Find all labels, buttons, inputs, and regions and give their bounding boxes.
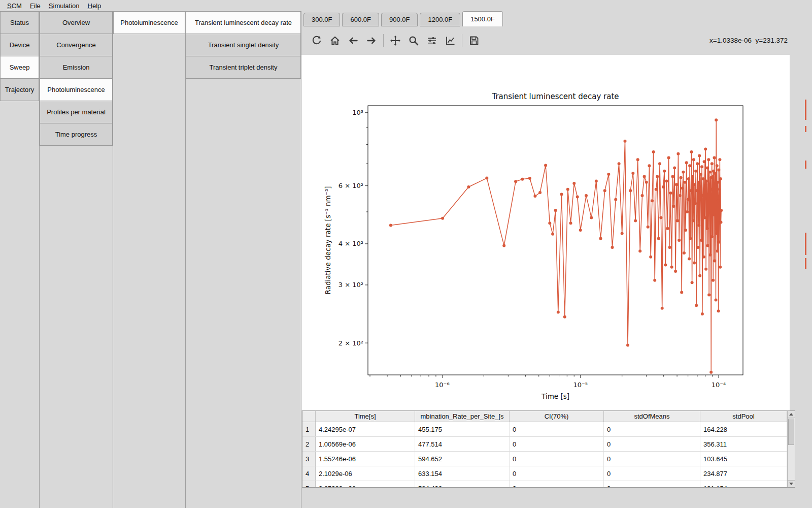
app-window: SCM File Simulation Help Status Device S… — [0, 0, 812, 508]
table-cell[interactable]: 0 — [510, 437, 604, 451]
nav-level2: Overview Convergence Emission Photolumin… — [40, 11, 113, 508]
table-row: 52.65932e-06584.40600191.154 — [302, 481, 795, 488]
tab-1200f[interactable]: 1200.0F — [420, 13, 460, 26]
nav-level3: Photoluminescence — [113, 11, 186, 508]
nav-tab-status[interactable]: Status — [0, 11, 39, 34]
table-header-cell[interactable]: stdOfMeans — [604, 411, 700, 422]
up-arrow-icon — [789, 413, 793, 416]
nav-tab-transient-triplet-density[interactable]: Transient triplet density — [186, 56, 301, 79]
menu-scm[interactable]: SCM — [3, 1, 26, 11]
table-cell[interactable]: 584.406 — [415, 481, 510, 488]
scroll-up-button[interactable] — [788, 411, 795, 418]
table-cell[interactable]: 0 — [510, 481, 604, 488]
row-number-cell[interactable]: 5 — [302, 481, 316, 488]
table-cell[interactable]: 0 — [604, 452, 700, 466]
table-cell[interactable]: 0 — [604, 466, 700, 481]
table-header-cell[interactable]: stdPool — [700, 411, 787, 422]
table-cell[interactable]: 1.55246e-06 — [316, 452, 415, 466]
row-number-cell[interactable]: 2 — [302, 437, 316, 451]
data-series — [389, 118, 723, 374]
back-button[interactable] — [345, 33, 361, 49]
table-cell[interactable]: 0 — [604, 422, 700, 436]
plot-area[interactable]: 10⁻⁶10⁻⁵10⁻⁴10³6 × 10²4 × 10²3 × 10²2 × … — [301, 55, 790, 410]
table-cell[interactable]: 356.311 — [700, 437, 787, 451]
scrollbar-thumb[interactable] — [788, 419, 794, 445]
table-cell[interactable]: 0 — [604, 481, 700, 488]
table-cell[interactable]: 0 — [510, 466, 604, 481]
pan-icon — [390, 35, 401, 46]
menu-file[interactable]: File — [26, 1, 45, 11]
y-tick-label: 4 × 10² — [339, 240, 363, 247]
refresh-button[interactable] — [309, 33, 325, 49]
home-icon — [329, 35, 341, 46]
zoom-button[interactable] — [405, 33, 422, 49]
table-header-cell[interactable]: CI(70%) — [510, 411, 604, 422]
tab-900f[interactable]: 900.0F — [381, 13, 418, 26]
clipped-plot-artifact — [805, 126, 806, 132]
table-cell[interactable]: 103.645 — [700, 452, 787, 466]
menu-simulation[interactable]: Simulation — [45, 1, 84, 11]
clipped-plot-artifact — [805, 100, 806, 120]
tab-1500f[interactable]: 1500.0F — [462, 11, 503, 26]
tab-600f[interactable]: 600.0F — [342, 13, 379, 26]
table-cell[interactable]: 0 — [604, 437, 700, 451]
table-cell[interactable]: 2.65932e-06 — [316, 481, 415, 488]
row-number-cell[interactable]: 4 — [302, 466, 316, 481]
zoom-icon — [408, 35, 419, 46]
table-grid: Time[s]mbination_Rate_per_Site_[sCI(70%)… — [302, 411, 795, 488]
table-header-row: Time[s]mbination_Rate_per_Site_[sCI(70%)… — [302, 411, 795, 422]
table-cell[interactable]: 633.154 — [415, 466, 510, 481]
nav-tab-time-progress[interactable]: Time progress — [40, 123, 113, 146]
table-cell[interactable]: 455.175 — [415, 422, 510, 436]
nav-tab-profiles-per-material[interactable]: Profiles per material — [40, 101, 113, 123]
table-header-cell[interactable] — [302, 411, 316, 422]
table-cell[interactable]: 0 — [510, 422, 604, 436]
save-button[interactable] — [466, 33, 482, 49]
row-number-cell[interactable]: 1 — [302, 422, 316, 436]
table-cell[interactable]: 477.514 — [415, 437, 510, 451]
table-cell[interactable]: 2.1029e-06 — [316, 466, 415, 481]
nav-tab-device[interactable]: Device — [0, 34, 39, 56]
row-number-cell[interactable]: 3 — [302, 452, 316, 466]
table-cell[interactable]: 164.228 — [700, 422, 787, 436]
axes-frame — [368, 106, 743, 375]
nav-tab-trajectory[interactable]: Trajectory — [0, 78, 39, 101]
pan-button[interactable] — [387, 33, 403, 49]
nav-tab-emission[interactable]: Emission — [40, 56, 113, 79]
scroll-down-button[interactable] — [788, 480, 795, 487]
toolbar-separator — [462, 34, 462, 47]
nav-tab-transient-singlet-density[interactable]: Transient singlet density — [186, 34, 301, 56]
menu-bar: SCM File Simulation Help — [0, 0, 812, 11]
table-header-cell[interactable]: mbination_Rate_per_Site_[s — [415, 411, 510, 422]
forward-button[interactable] — [363, 33, 380, 49]
table-scrollbar[interactable] — [787, 411, 795, 487]
nav-tab-transient-luminescent-decay-rate[interactable]: Transient luminescent decay rate — [186, 11, 301, 34]
x-tick-label: 10⁻⁴ — [712, 381, 726, 389]
table-row: 14.24295e-07455.17500164.228 — [302, 422, 795, 437]
save-icon — [468, 35, 480, 46]
subplots-button[interactable] — [424, 33, 440, 49]
customize-axes-button[interactable] — [442, 33, 458, 49]
nav-tab-overview[interactable]: Overview — [40, 11, 113, 34]
forward-arrow-icon — [366, 35, 377, 46]
nav-tab-convergence[interactable]: Convergence — [40, 34, 113, 56]
nav-level4: Transient luminescent decay rate Transie… — [186, 11, 301, 508]
sliders-icon — [426, 35, 437, 46]
table-cell[interactable]: 0 — [510, 452, 604, 466]
nav-tab-photoluminescence[interactable]: Photoluminescence — [40, 78, 113, 101]
tab-300f[interactable]: 300.0F — [303, 13, 340, 26]
toolbar-separator — [383, 34, 384, 47]
table-cell[interactable]: 191.154 — [700, 481, 787, 488]
table-cell[interactable]: 4.24295e-07 — [316, 422, 415, 436]
table-header-cell[interactable]: Time[s] — [316, 411, 415, 422]
table-cell[interactable]: 1.00569e-06 — [316, 437, 415, 451]
table-cell[interactable]: 234.877 — [700, 466, 787, 481]
nav-level1: Status Device Sweep Trajectory — [0, 11, 40, 508]
nav-tab-sweep[interactable]: Sweep — [0, 56, 39, 79]
plot-title: Transient luminescent decay rate — [491, 92, 619, 101]
table-cell[interactable]: 594.652 — [415, 452, 510, 466]
home-button[interactable] — [327, 33, 343, 49]
nav-tab-photoluminescence-sub[interactable]: Photoluminescence — [113, 11, 185, 34]
menu-help[interactable]: Help — [84, 1, 106, 11]
table-row: 21.00569e-06477.51400356.311 — [302, 437, 795, 452]
